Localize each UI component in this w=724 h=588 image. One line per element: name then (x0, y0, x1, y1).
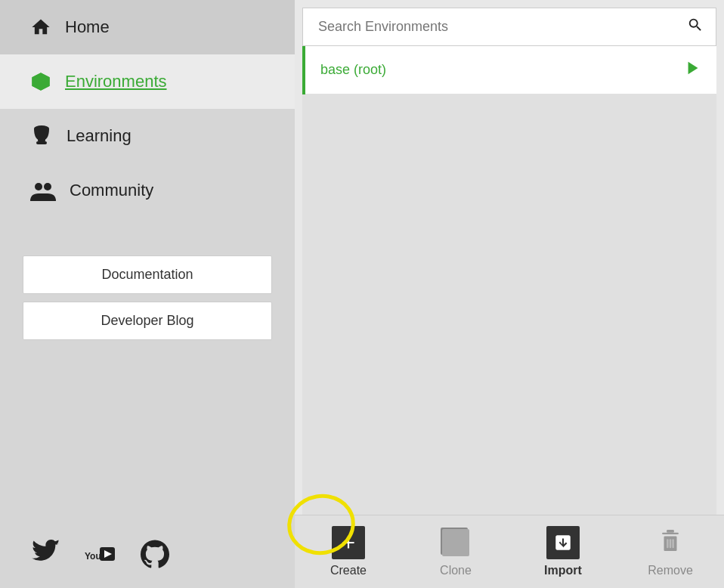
clone-icon (439, 526, 472, 559)
environment-list: base (root) (302, 46, 716, 94)
bottom-toolbar: Create Clone Import (295, 515, 724, 588)
clone-label: Clone (440, 564, 472, 577)
sidebar-item-learning[interactable]: Learning (0, 109, 295, 163)
svg-rect-13 (667, 530, 674, 533)
youtube-icon[interactable]: You (85, 538, 116, 570)
community-icon (30, 180, 56, 201)
create-label: Create (330, 564, 367, 577)
create-icon (332, 526, 365, 559)
main-panel: base (root) Create (295, 0, 724, 588)
svg-rect-14 (662, 533, 679, 534)
svg-rect-18 (672, 539, 673, 548)
home-icon (30, 17, 51, 38)
svg-text:You: You (85, 551, 101, 562)
svg-point-7 (35, 183, 42, 190)
remove-label: Remove (648, 564, 693, 577)
social-links: You (0, 520, 295, 588)
sidebar-button-group: Documentation Developer Blog (0, 240, 295, 355)
play-icon[interactable] (685, 60, 701, 80)
environment-item-base[interactable]: base (root) (305, 46, 716, 94)
learning-icon (30, 125, 53, 147)
remove-button[interactable]: Remove (617, 515, 724, 588)
sidebar: Home Environments Learning (0, 0, 295, 588)
svg-rect-16 (667, 539, 668, 548)
twitter-icon[interactable] (30, 538, 62, 570)
search-button[interactable] (684, 14, 707, 40)
import-label: Import (544, 564, 582, 577)
create-button[interactable]: Create (295, 515, 402, 588)
sidebar-item-home[interactable]: Home (0, 0, 295, 54)
svg-rect-6 (36, 141, 47, 144)
sidebar-item-community-label: Community (70, 181, 153, 200)
developer-blog-button[interactable]: Developer Blog (23, 302, 272, 340)
sidebar-item-environments-label: Environments (65, 72, 167, 91)
import-icon (546, 526, 580, 559)
search-bar (302, 8, 716, 46)
svg-rect-5 (38, 139, 45, 141)
svg-rect-17 (670, 539, 671, 548)
remove-icon (654, 526, 687, 559)
svg-point-8 (44, 183, 51, 190)
clone-button[interactable]: Clone (402, 515, 509, 588)
environment-name: base (root) (320, 62, 386, 78)
import-button[interactable]: Import (509, 515, 617, 588)
svg-marker-12 (688, 62, 698, 75)
sidebar-item-home-label: Home (65, 17, 110, 37)
search-input[interactable] (312, 8, 684, 45)
sidebar-item-learning-label: Learning (67, 126, 131, 146)
github-icon[interactable] (139, 538, 171, 570)
documentation-button[interactable]: Documentation (23, 255, 272, 294)
sidebar-item-community[interactable]: Community (0, 163, 295, 218)
cube-icon (30, 71, 51, 92)
sidebar-item-environments[interactable]: Environments (0, 54, 295, 109)
